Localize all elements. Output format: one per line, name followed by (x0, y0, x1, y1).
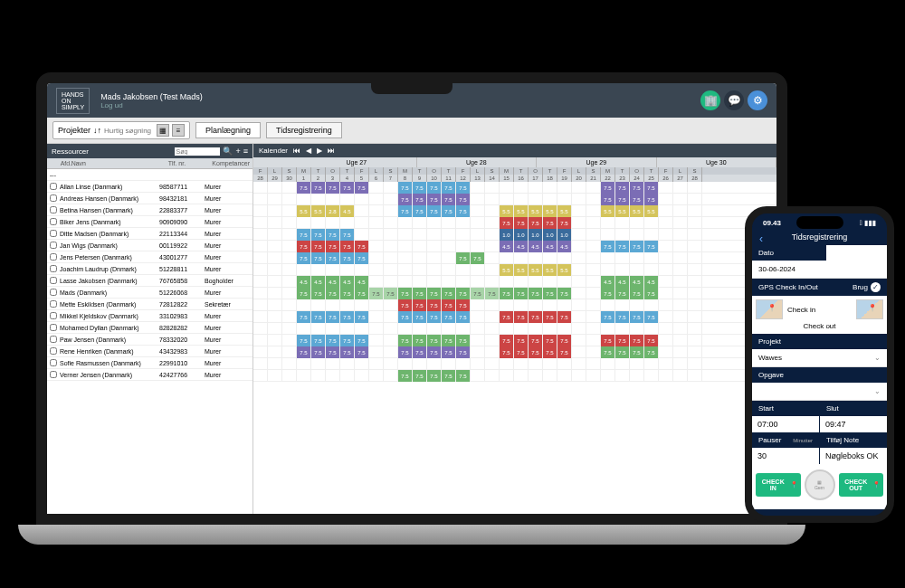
more-icon[interactable]: ≡ (243, 147, 248, 156)
calendar-cell[interactable]: 7.5 (311, 335, 326, 346)
resource-row[interactable]: Paw Jensen (Danmark)78332020Murer (47, 334, 252, 346)
calendar-cell[interactable]: 7.5 (630, 346, 644, 358)
calendar-cell[interactable]: 5.5 (543, 205, 557, 217)
calendar-cell[interactable]: 7.5 (456, 182, 471, 194)
calendar-cell[interactable]: 5.5 (529, 264, 543, 276)
calendar-cell[interactable]: 7.5 (456, 252, 471, 264)
calendar-cell[interactable]: 7.5 (340, 346, 355, 358)
calendar-cell[interactable]: 7.5 (326, 182, 340, 194)
calendar-cell[interactable]: 5.5 (514, 264, 529, 276)
calendar-cell[interactable]: 7.5 (340, 229, 355, 241)
calendar-cell[interactable]: 5.5 (557, 264, 572, 276)
calendar-cell[interactable]: 7.5 (543, 217, 557, 229)
calendar-cell[interactable]: 7.5 (630, 241, 644, 252)
calendar-cell[interactable]: 7.5 (630, 335, 644, 346)
calendar-cell[interactable]: 7.5 (514, 335, 529, 346)
calendar-cell[interactable]: 7.5 (644, 182, 659, 194)
logout-link[interactable]: Log ud (100, 101, 203, 109)
calendar-cell[interactable]: 7.5 (630, 311, 644, 323)
quick-search-input[interactable] (104, 127, 154, 135)
calendar-cell[interactable]: 7.5 (442, 205, 456, 217)
calendar-cell[interactable]: 7.5 (543, 311, 557, 323)
checkout-button[interactable]: CHECK OUT 📍 (839, 473, 884, 497)
calendar-cell[interactable]: 7.5 (427, 182, 442, 194)
nav-prev-icon[interactable]: ◀ (306, 147, 311, 155)
calendar-cell[interactable]: 1.0 (543, 229, 557, 241)
calendar-cell[interactable]: 5.5 (514, 205, 529, 217)
calendar-cell[interactable]: 4.5 (557, 241, 572, 252)
calendar-cell[interactable]: 4.5 (529, 241, 543, 252)
calendar-cell[interactable]: 1.0 (514, 229, 529, 241)
calendar-cell[interactable]: 7.5 (601, 288, 615, 299)
calendar-cell[interactable]: 7.5 (644, 346, 659, 358)
view-list-icon[interactable]: ▦ (157, 124, 169, 137)
calendar-cell[interactable]: 4.5 (500, 241, 514, 252)
building-icon[interactable]: 🏢 (700, 90, 720, 110)
calendar-cell[interactable]: 7.5 (427, 205, 442, 217)
calendar-cell[interactable]: 7.5 (456, 370, 471, 382)
calendar-cell[interactable]: 7.5 (398, 335, 413, 346)
calendar-cell[interactable]: 7.5 (500, 311, 514, 323)
calendar-cell[interactable]: 5.5 (311, 205, 326, 217)
calendar-cell[interactable]: 7.5 (398, 205, 413, 217)
resource-checkbox[interactable] (50, 194, 57, 202)
calendar-cell[interactable]: 7.5 (297, 288, 311, 299)
resource-row[interactable]: Mette Eskildsen (Danmark)72812822Sekretæ… (47, 299, 252, 310)
calendar-cell[interactable]: 7.5 (456, 205, 471, 217)
calendar-cell[interactable]: 7.5 (514, 217, 529, 229)
calendar-cell[interactable]: 5.5 (615, 205, 630, 217)
back-icon[interactable]: ‹ (759, 232, 763, 245)
resource-checkbox[interactable] (50, 359, 57, 366)
calendar-cell[interactable]: 7.5 (442, 311, 456, 323)
calendar-cell[interactable]: 7.5 (340, 288, 355, 299)
calendar-cell[interactable]: 7.5 (340, 252, 355, 264)
resource-row[interactable]: Jan Wigs (Danmark)00119922Murer (47, 240, 252, 251)
calendar-cell[interactable]: 7.5 (355, 311, 369, 323)
calendar-cell[interactable]: 7.5 (442, 370, 456, 382)
calendar-cell[interactable]: 7.5 (326, 311, 340, 323)
calendar-cell[interactable]: 7.5 (557, 217, 572, 229)
resource-row[interactable]: Sofie Rasmussen (Danmark)22991010Murer (47, 357, 252, 369)
calendar-cell[interactable]: 5.5 (644, 205, 659, 217)
calendar-cell[interactable]: 7.5 (630, 194, 644, 205)
calendar-cell[interactable]: 4.5 (297, 276, 311, 288)
calendar-cell[interactable]: 4.5 (543, 241, 557, 252)
calendar-cell[interactable]: 7.5 (297, 346, 311, 358)
calendar-cell[interactable]: 7.5 (413, 311, 427, 323)
calendar-cell[interactable]: 7.5 (601, 311, 615, 323)
nav-next-icon[interactable]: ▶ (317, 147, 322, 155)
calendar-cell[interactable]: 7.5 (529, 346, 543, 358)
calendar-cell[interactable]: 7.5 (601, 194, 615, 205)
calendar-cell[interactable]: 7.5 (442, 182, 456, 194)
calendar-cell[interactable]: 7.5 (644, 288, 659, 299)
add-icon[interactable]: + (235, 147, 240, 156)
calendar-cell[interactable]: 7.5 (529, 311, 543, 323)
view-grid-icon[interactable]: ≡ (172, 124, 185, 137)
calendar-cell[interactable]: 7.5 (326, 241, 340, 252)
calendar-cell[interactable]: 7.5 (644, 335, 659, 346)
resource-checkbox[interactable] (50, 289, 57, 296)
projekt-select[interactable]: Wawes⌄ (752, 349, 887, 367)
resource-checkbox[interactable] (50, 312, 57, 319)
calendar-cell[interactable]: 7.5 (456, 311, 471, 323)
calendar-cell[interactable]: 7.5 (644, 241, 659, 252)
checkin-button[interactable]: CHECK IN 📍 (756, 473, 801, 497)
calendar-cell[interactable]: 7.5 (413, 288, 427, 299)
calendar-cell[interactable]: 7.5 (427, 288, 442, 299)
resource-checkbox[interactable] (50, 336, 57, 343)
resource-row[interactable]: Joachim Laudrup (Dnmark)51228811Murer (47, 263, 252, 275)
calendar-cell[interactable]: 7.5 (413, 299, 427, 311)
calendar-cell[interactable]: 2.8 (326, 205, 340, 217)
resource-row[interactable]: Mikkel Kjeldskov (Danmark)33102983Murer (47, 310, 252, 322)
calendar-cell[interactable]: 7.5 (485, 288, 500, 299)
calendar-cell[interactable]: 7.5 (398, 182, 413, 194)
resource-checkbox[interactable] (50, 265, 57, 272)
calendar-cell[interactable]: 7.5 (543, 288, 557, 299)
calendar-cell[interactable]: 7.5 (427, 194, 442, 205)
calendar-cell[interactable]: 7.5 (297, 229, 311, 241)
calendar-cell[interactable]: 7.5 (529, 335, 543, 346)
calendar-cell[interactable]: 7.5 (471, 288, 485, 299)
calendar-cell[interactable]: 7.5 (630, 182, 644, 194)
calendar-cell[interactable]: 7.5 (369, 288, 384, 299)
calendar-cell[interactable]: 7.5 (456, 288, 471, 299)
